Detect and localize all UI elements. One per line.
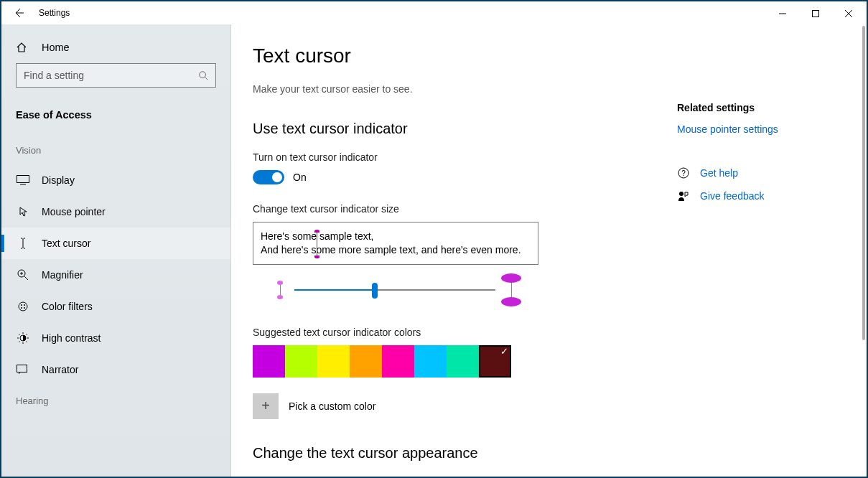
back-button[interactable] [11, 6, 26, 20]
colors-field-label: Suggested text cursor indicator colors [253, 327, 845, 338]
slider-min-icon [277, 281, 283, 299]
nav-label: Display [42, 174, 75, 186]
search-input-wrap[interactable] [16, 63, 216, 88]
search-input[interactable] [24, 70, 198, 81]
color-swatches [253, 345, 845, 378]
highcontrast-icon [16, 332, 30, 344]
minimize-icon [779, 10, 786, 17]
svg-line-22 [19, 334, 20, 335]
nav-text-cursor[interactable]: Text cursor [1, 228, 230, 259]
page-subtitle: Make your text cursor easier to see. [253, 83, 845, 95]
close-button[interactable] [832, 3, 865, 24]
get-help-link[interactable]: Get help [700, 167, 738, 179]
nav-label: Text cursor [42, 238, 90, 249]
nav-magnifier[interactable]: Magnifier [1, 259, 230, 291]
nav-display[interactable]: Display [1, 164, 230, 196]
svg-line-5 [205, 78, 208, 80]
nav-label: High contrast [42, 332, 101, 344]
help-icon: ? [677, 167, 693, 179]
svg-point-13 [21, 304, 22, 306]
sample-text-box: Here's some sample text, And here's some… [253, 222, 538, 265]
window-title: Settings [39, 8, 70, 18]
svg-line-23 [27, 342, 28, 343]
category-header: Ease of Access [1, 102, 230, 135]
color-swatch[interactable] [479, 345, 511, 378]
svg-point-29 [679, 192, 683, 196]
nav-high-contrast[interactable]: High contrast [1, 322, 230, 354]
page-title: Text cursor [253, 44, 845, 67]
svg-rect-26 [17, 365, 27, 372]
color-swatch[interactable] [447, 345, 479, 378]
nav-narrator[interactable]: Narrator [1, 354, 230, 385]
indicator-size-slider[interactable] [294, 289, 495, 291]
display-icon [16, 175, 30, 185]
svg-point-15 [21, 307, 22, 309]
svg-point-16 [24, 307, 25, 309]
close-icon [845, 10, 852, 17]
nav-label: Narrator [42, 364, 78, 375]
color-swatch[interactable] [414, 345, 447, 378]
plus-icon: + [261, 398, 270, 414]
svg-text:?: ? [681, 169, 686, 177]
nav-label: Mouse pointer [42, 206, 106, 217]
svg-point-14 [24, 304, 25, 306]
slider-max-icon [501, 273, 521, 306]
colorfilters-icon [16, 301, 30, 312]
minimize-button[interactable] [766, 3, 799, 24]
scrollbar[interactable] [862, 26, 865, 475]
toggle-state: On [293, 172, 307, 183]
group-hearing: Hearing [1, 385, 230, 415]
sample-text: Here's some sample text, And here's some… [261, 230, 521, 256]
search-icon [198, 70, 208, 80]
maximize-button[interactable] [799, 3, 832, 24]
home-label: Home [42, 42, 70, 53]
maximize-icon [812, 10, 819, 17]
nav-mouse-pointer[interactable]: Mouse pointer [1, 196, 230, 228]
sidebar: Home Ease of Access Vision Display Mouse… [1, 24, 231, 477]
toggle-field-label: Turn on text cursor indicator [253, 151, 845, 163]
nav-label: Magnifier [42, 269, 83, 281]
svg-rect-1 [813, 11, 819, 17]
color-swatch[interactable] [317, 345, 350, 378]
pointer-icon [16, 206, 30, 217]
svg-line-25 [27, 334, 28, 335]
magnifier-icon [16, 269, 30, 281]
related-settings: Related settings Mouse pointer settings [677, 102, 842, 139]
narrator-icon [16, 365, 30, 375]
main-content: Text cursor Make your text cursor easier… [231, 24, 867, 477]
back-arrow-icon [13, 7, 24, 19]
indicator-toggle[interactable] [253, 170, 284, 184]
section-appearance-header: Change the text cursor appearance [253, 445, 845, 461]
svg-point-4 [200, 72, 206, 78]
related-header: Related settings [677, 102, 842, 113]
nav-color-filters[interactable]: Color filters [1, 291, 230, 322]
textcursor-icon [16, 238, 30, 249]
feedback-icon [677, 189, 693, 202]
group-vision: Vision [1, 135, 230, 164]
color-swatch[interactable] [285, 345, 317, 378]
color-swatch[interactable] [382, 345, 414, 378]
nav-label: Color filters [42, 301, 93, 312]
custom-color-label: Pick a custom color [289, 400, 375, 412]
mouse-pointer-settings-link[interactable]: Mouse pointer settings [677, 123, 842, 135]
svg-rect-6 [17, 176, 29, 183]
home-icon [16, 42, 30, 53]
color-swatch[interactable] [350, 345, 382, 378]
svg-point-12 [19, 302, 27, 311]
home-nav[interactable]: Home [1, 32, 230, 63]
color-swatch[interactable] [253, 345, 285, 378]
svg-line-24 [19, 342, 20, 343]
sample-caret-icon [314, 230, 319, 258]
custom-color-button[interactable]: + [253, 393, 279, 419]
svg-line-9 [24, 276, 28, 280]
give-feedback-link[interactable]: Give feedback [700, 190, 765, 202]
